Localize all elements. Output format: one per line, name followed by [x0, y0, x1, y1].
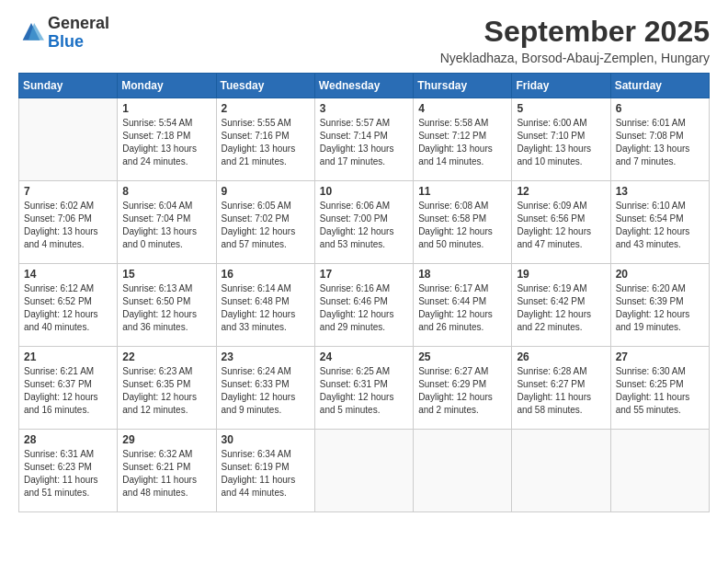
calendar-cell — [414, 430, 512, 512]
day-info: Sunrise: 6:02 AM Sunset: 7:06 PM Dayligh… — [24, 200, 112, 251]
weekday-header: Monday — [118, 74, 216, 98]
day-info: Sunrise: 6:34 AM Sunset: 6:19 PM Dayligh… — [222, 448, 310, 500]
day-number: 21 — [24, 350, 112, 363]
weekday-header: Tuesday — [216, 74, 314, 98]
day-number: 22 — [122, 350, 210, 363]
day-number: 2 — [222, 102, 310, 115]
day-info: Sunrise: 6:31 AM Sunset: 6:23 PM Dayligh… — [24, 448, 112, 500]
day-info: Sunrise: 5:57 AM Sunset: 7:14 PM Dayligh… — [320, 117, 408, 168]
calendar-cell: 22Sunrise: 6:23 AM Sunset: 6:35 PM Dayli… — [118, 347, 216, 430]
weekday-header: Thursday — [414, 74, 512, 98]
day-number: 9 — [222, 185, 310, 198]
calendar-cell: 3Sunrise: 5:57 AM Sunset: 7:14 PM Daylig… — [314, 98, 413, 181]
day-info: Sunrise: 6:17 AM Sunset: 6:44 PM Dayligh… — [418, 282, 506, 334]
calendar-cell: 15Sunrise: 6:13 AM Sunset: 6:50 PM Dayli… — [118, 264, 216, 347]
day-info: Sunrise: 6:25 AM Sunset: 6:31 PM Dayligh… — [320, 365, 408, 417]
day-number: 20 — [616, 268, 704, 281]
day-info: Sunrise: 6:05 AM Sunset: 7:02 PM Dayligh… — [222, 200, 310, 251]
calendar-table: SundayMondayTuesdayWednesdayThursdayFrid… — [18, 73, 710, 512]
day-number: 25 — [418, 350, 506, 363]
day-info: Sunrise: 6:00 AM Sunset: 7:10 PM Dayligh… — [517, 117, 605, 168]
day-number: 26 — [517, 350, 605, 363]
calendar-cell — [512, 430, 610, 512]
day-info: Sunrise: 5:58 AM Sunset: 7:12 PM Dayligh… — [418, 117, 506, 168]
day-number: 10 — [320, 185, 408, 198]
day-number: 7 — [24, 185, 112, 198]
weekday-header: Wednesday — [314, 74, 413, 98]
day-info: Sunrise: 6:24 AM Sunset: 6:33 PM Dayligh… — [222, 365, 310, 417]
calendar-cell: 21Sunrise: 6:21 AM Sunset: 6:37 PM Dayli… — [19, 347, 118, 430]
day-number: 11 — [418, 185, 506, 198]
calendar-cell: 17Sunrise: 6:16 AM Sunset: 6:46 PM Dayli… — [314, 264, 413, 347]
weekday-header: Sunday — [19, 74, 118, 98]
day-info: Sunrise: 6:16 AM Sunset: 6:46 PM Dayligh… — [320, 282, 408, 334]
day-number: 3 — [320, 102, 408, 115]
weekday-header: Saturday — [610, 74, 709, 98]
day-info: Sunrise: 6:23 AM Sunset: 6:35 PM Dayligh… — [122, 365, 210, 417]
calendar-cell: 30Sunrise: 6:34 AM Sunset: 6:19 PM Dayli… — [216, 430, 314, 512]
calendar-cell: 23Sunrise: 6:24 AM Sunset: 6:33 PM Dayli… — [216, 347, 314, 430]
day-number: 23 — [222, 350, 310, 363]
calendar-cell: 20Sunrise: 6:20 AM Sunset: 6:39 PM Dayli… — [610, 264, 709, 347]
day-info: Sunrise: 6:30 AM Sunset: 6:25 PM Dayligh… — [616, 365, 704, 417]
day-info: Sunrise: 6:21 AM Sunset: 6:37 PM Dayligh… — [24, 365, 112, 417]
day-info: Sunrise: 6:14 AM Sunset: 6:48 PM Dayligh… — [222, 282, 310, 334]
calendar-cell — [19, 98, 118, 181]
day-info: Sunrise: 5:54 AM Sunset: 7:18 PM Dayligh… — [122, 117, 210, 168]
calendar-header: SundayMondayTuesdayWednesdayThursdayFrid… — [19, 74, 710, 98]
day-number: 8 — [122, 185, 210, 198]
day-number: 24 — [320, 350, 408, 363]
page-header: General Blue September 2025 Nyekladhaza,… — [18, 15, 710, 65]
day-info: Sunrise: 6:08 AM Sunset: 6:58 PM Dayligh… — [418, 200, 506, 251]
day-info: Sunrise: 6:04 AM Sunset: 7:04 PM Dayligh… — [122, 200, 210, 251]
day-number: 16 — [222, 268, 310, 281]
day-number: 19 — [517, 268, 605, 281]
calendar-cell: 29Sunrise: 6:32 AM Sunset: 6:21 PM Dayli… — [118, 430, 216, 512]
day-info: Sunrise: 6:27 AM Sunset: 6:29 PM Dayligh… — [418, 365, 506, 417]
day-number: 29 — [122, 433, 210, 446]
calendar-cell: 13Sunrise: 6:10 AM Sunset: 6:54 PM Dayli… — [610, 181, 709, 264]
day-number: 1 — [122, 102, 210, 115]
day-number: 17 — [320, 268, 408, 281]
logo-general-text: General — [48, 14, 109, 32]
logo-blue-text: Blue — [48, 32, 84, 51]
calendar-cell: 5Sunrise: 6:00 AM Sunset: 7:10 PM Daylig… — [512, 98, 610, 181]
weekday-header: Friday — [512, 74, 610, 98]
day-info: Sunrise: 6:28 AM Sunset: 6:27 PM Dayligh… — [517, 365, 605, 417]
day-info: Sunrise: 6:10 AM Sunset: 6:54 PM Dayligh… — [616, 200, 704, 251]
day-info: Sunrise: 5:55 AM Sunset: 7:16 PM Dayligh… — [222, 117, 310, 168]
day-info: Sunrise: 6:20 AM Sunset: 6:39 PM Dayligh… — [616, 282, 704, 334]
calendar-cell: 9Sunrise: 6:05 AM Sunset: 7:02 PM Daylig… — [216, 181, 314, 264]
calendar-cell: 10Sunrise: 6:06 AM Sunset: 7:00 PM Dayli… — [314, 181, 413, 264]
title-block: September 2025 Nyekladhaza, Borsod-Abauj… — [440, 15, 710, 65]
day-number: 12 — [517, 185, 605, 198]
calendar-cell: 7Sunrise: 6:02 AM Sunset: 7:06 PM Daylig… — [19, 181, 118, 264]
calendar-cell: 4Sunrise: 5:58 AM Sunset: 7:12 PM Daylig… — [414, 98, 512, 181]
calendar-cell: 28Sunrise: 6:31 AM Sunset: 6:23 PM Dayli… — [19, 430, 118, 512]
day-info: Sunrise: 6:12 AM Sunset: 6:52 PM Dayligh… — [24, 282, 112, 334]
day-number: 30 — [222, 433, 310, 446]
calendar-cell: 1Sunrise: 5:54 AM Sunset: 7:18 PM Daylig… — [118, 98, 216, 181]
day-number: 15 — [122, 268, 210, 281]
calendar-cell: 24Sunrise: 6:25 AM Sunset: 6:31 PM Dayli… — [314, 347, 413, 430]
day-number: 18 — [418, 268, 506, 281]
calendar-cell: 18Sunrise: 6:17 AM Sunset: 6:44 PM Dayli… — [414, 264, 512, 347]
calendar-cell: 19Sunrise: 6:19 AM Sunset: 6:42 PM Dayli… — [512, 264, 610, 347]
calendar-cell: 26Sunrise: 6:28 AM Sunset: 6:27 PM Dayli… — [512, 347, 610, 430]
day-info: Sunrise: 6:09 AM Sunset: 6:56 PM Dayligh… — [517, 200, 605, 251]
calendar-cell: 16Sunrise: 6:14 AM Sunset: 6:48 PM Dayli… — [216, 264, 314, 347]
calendar-cell — [314, 430, 413, 512]
calendar-cell: 6Sunrise: 6:01 AM Sunset: 7:08 PM Daylig… — [610, 98, 709, 181]
calendar-cell: 8Sunrise: 6:04 AM Sunset: 7:04 PM Daylig… — [118, 181, 216, 264]
day-info: Sunrise: 6:06 AM Sunset: 7:00 PM Dayligh… — [320, 200, 408, 251]
month-title: September 2025 — [440, 15, 710, 49]
calendar-cell: 25Sunrise: 6:27 AM Sunset: 6:29 PM Dayli… — [414, 347, 512, 430]
day-number: 28 — [24, 433, 112, 446]
calendar-cell: 12Sunrise: 6:09 AM Sunset: 6:56 PM Dayli… — [512, 181, 610, 264]
calendar-cell: 14Sunrise: 6:12 AM Sunset: 6:52 PM Dayli… — [19, 264, 118, 347]
day-number: 27 — [616, 350, 704, 363]
day-number: 14 — [24, 268, 112, 281]
day-number: 5 — [517, 102, 605, 115]
day-info: Sunrise: 6:19 AM Sunset: 6:42 PM Dayligh… — [517, 282, 605, 334]
day-info: Sunrise: 6:32 AM Sunset: 6:21 PM Dayligh… — [122, 448, 210, 500]
